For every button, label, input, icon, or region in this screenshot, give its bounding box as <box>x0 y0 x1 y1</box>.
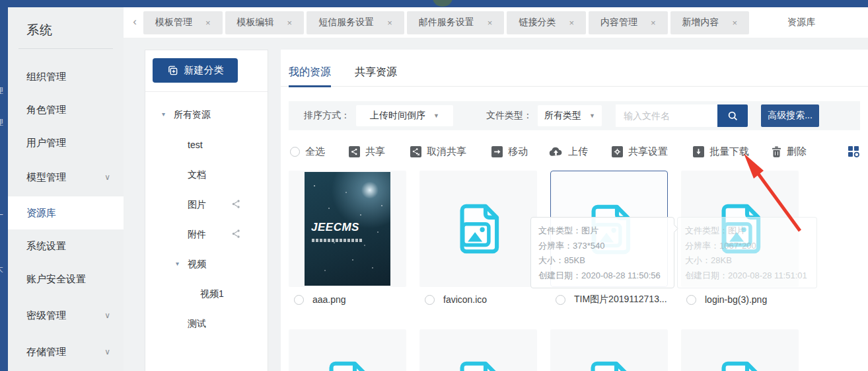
delete-button[interactable]: 删除 <box>772 145 807 158</box>
close-icon[interactable]: × <box>488 18 493 28</box>
tree-node-label: 视频 <box>188 259 206 269</box>
move-button[interactable]: 移动 <box>491 145 528 158</box>
tooltip-file-type: 文件类型：图片 <box>538 224 667 239</box>
tab-template-management[interactable]: 模板管理× <box>143 11 223 34</box>
batch-download-button[interactable]: 批量下载 <box>693 145 749 158</box>
file-type-label: 文件类型： <box>486 110 532 122</box>
tab-my-resources[interactable]: 我的资源 <box>289 65 331 87</box>
collapsed-nav-rail[interactable]: 理 理 一 大 <box>0 7 8 371</box>
sidebar-item-label: 账户安全设置 <box>26 273 86 284</box>
file-card[interactable] <box>419 329 537 371</box>
caret-down-icon: ▼ <box>433 112 439 119</box>
sidebar-item-organization[interactable]: 组织管理 <box>8 60 124 93</box>
sidebar-item-label: 存储管理 <box>26 346 66 357</box>
file-card[interactable] <box>681 329 799 371</box>
share-button[interactable]: 共享 <box>349 145 385 158</box>
grid-view-toggle-icon[interactable] <box>848 145 861 157</box>
tab-link-category[interactable]: 链接分类× <box>507 11 586 34</box>
tab-new-content[interactable]: 新增内容× <box>670 11 750 34</box>
close-icon[interactable]: × <box>651 18 656 28</box>
file-info-tooltip: 文件类型：图片 分辨率：373*540 大小：85KB 创建日期：2020-08… <box>530 217 674 288</box>
share-settings-button[interactable]: 共享设置 <box>612 145 668 158</box>
poster-title: JEECMS <box>311 221 359 234</box>
app-screen: 理 理 一 大 系统 组织管理 角色管理 用户管理 模型管理∨ 资源库 系统设置… <box>0 0 868 371</box>
file-name: login-bg(3).png <box>705 294 767 305</box>
close-icon[interactable]: × <box>387 18 392 28</box>
filter-bar: 排序方式： 上传时间倒序 ▼ 文件类型： 所有类型 ▼ 高级搜索... <box>289 101 860 130</box>
tabs-scroll-left-icon[interactable]: ‹ <box>129 15 141 30</box>
close-icon[interactable]: × <box>733 18 738 28</box>
file-card[interactable]: JEECMS <box>289 171 406 287</box>
sidebar-item-storage[interactable]: 存储管理∨ <box>8 335 124 368</box>
close-icon[interactable]: × <box>205 18 211 28</box>
constellation-dots <box>314 185 315 186</box>
file-name-row: login-bg(3).png <box>686 294 767 306</box>
file-type-select[interactable]: 所有类型 ▼ <box>538 105 602 126</box>
chevron-down-icon: ∨ <box>104 335 110 368</box>
file-radio[interactable] <box>556 295 565 305</box>
tree-node-all-resources[interactable]: ▾ 所有资源 <box>174 108 211 121</box>
sidebar-item-label: 组织管理 <box>26 71 66 82</box>
file-name-row: aaa.png <box>294 294 346 306</box>
expand-arrow-icon[interactable]: ▾ <box>162 108 165 121</box>
file-card[interactable] <box>419 171 537 287</box>
tab-shared-resources[interactable]: 共享资源 <box>355 65 397 85</box>
file-card[interactable] <box>289 329 406 371</box>
tab-bar: ‹ 模板管理× 模板编辑× 短信服务设置× 邮件服务设置× 链接分类× 内容管理… <box>124 7 868 38</box>
expand-arrow-icon[interactable]: ▾ <box>176 257 179 270</box>
tab-label: 短信服务设置 <box>318 17 374 28</box>
sidebar-item-label: 角色管理 <box>26 104 66 115</box>
close-icon[interactable]: × <box>287 18 293 28</box>
upload-button[interactable]: 上传 <box>549 145 588 158</box>
tree-node-video1[interactable]: 视频1 <box>200 287 224 300</box>
tab-resource-library[interactable]: 资源库 <box>752 11 851 34</box>
sidebar-item-model[interactable]: 模型管理∨ <box>8 161 124 194</box>
sort-select[interactable]: 上传时间倒序 ▼ <box>356 105 453 126</box>
search-button[interactable] <box>717 104 748 127</box>
tree-node-label: test <box>188 140 203 150</box>
tooltip-size: 大小：28KB <box>685 253 809 268</box>
tab-sms-settings[interactable]: 短信服务设置× <box>307 11 404 34</box>
unshare-button[interactable]: 取消共享 <box>410 145 466 158</box>
file-radio[interactable] <box>686 295 696 305</box>
move-icon <box>491 146 503 157</box>
file-card[interactable] <box>550 329 668 371</box>
add-category-icon <box>167 65 178 76</box>
tree-node-label: 图片 <box>188 199 206 210</box>
batch-download-icon <box>693 146 704 157</box>
tab-content-management[interactable]: 内容管理× <box>589 11 668 34</box>
tree-node-test2[interactable]: 测试 <box>188 317 206 330</box>
sidebar-item-security-level[interactable]: 密级管理∨ <box>8 299 124 332</box>
divider <box>145 91 268 92</box>
caret-down-icon: ▼ <box>589 112 595 119</box>
file-type-select-value: 所有类型 <box>544 110 581 122</box>
shared-icon[interactable] <box>231 229 241 239</box>
tooltip-resolution: 分辨率：1067*200 <box>685 239 809 254</box>
tree-node-test[interactable]: test <box>188 138 203 151</box>
new-category-button[interactable]: 新建分类 <box>153 58 238 83</box>
sidebar-item-label: 资源库 <box>26 207 56 218</box>
tree-node-attachments[interactable]: 附件 <box>188 227 206 241</box>
select-all-radio[interactable] <box>290 147 300 157</box>
tree-node-images[interactable]: 图片 <box>188 198 206 211</box>
tree-node-docs[interactable]: 文档 <box>188 168 206 181</box>
tab-label: 模板管理 <box>155 17 192 28</box>
sidebar-item-user[interactable]: 用户管理 <box>8 126 124 159</box>
upload-label: 上传 <box>568 145 588 158</box>
sidebar-item-account-security[interactable]: 账户安全设置 <box>8 263 124 296</box>
select-all-control[interactable]: 全选 <box>290 145 325 158</box>
file-radio[interactable] <box>425 295 435 305</box>
sidebar-item-label: 密级管理 <box>26 309 66 321</box>
tab-mail-settings[interactable]: 邮件服务设置× <box>407 11 505 34</box>
filename-search-input[interactable] <box>616 104 717 127</box>
tree-node-video[interactable]: ▾ 视频 <box>188 257 206 270</box>
advanced-search-button[interactable]: 高级搜索... <box>761 104 819 127</box>
rail-text-fragment: 一 <box>0 210 3 221</box>
sidebar-item-system-settings[interactable]: 系统设置 <box>8 229 124 263</box>
shared-icon[interactable] <box>231 199 241 209</box>
tab-template-edit[interactable]: 模板编辑× <box>225 11 305 34</box>
file-radio[interactable] <box>294 295 304 305</box>
close-icon[interactable]: × <box>569 18 574 28</box>
sidebar-item-role[interactable]: 角色管理 <box>8 93 124 126</box>
sidebar-item-resource-library[interactable]: 资源库 <box>8 196 124 229</box>
